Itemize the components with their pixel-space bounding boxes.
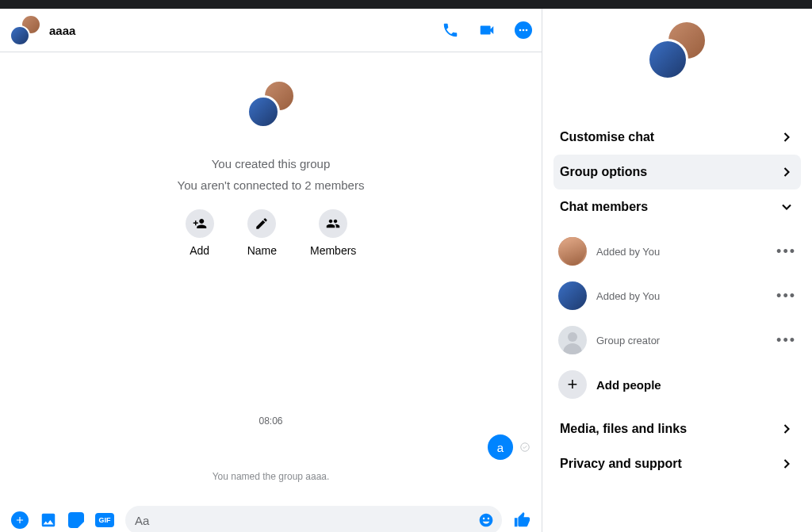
name-button[interactable]: Name bbox=[247, 209, 277, 257]
message-bubble[interactable]: a bbox=[488, 434, 513, 460]
chevron-down-icon bbox=[779, 199, 795, 215]
group-options-section[interactable]: Group options bbox=[553, 155, 801, 189]
member-row[interactable]: Added by You ••• bbox=[553, 229, 801, 274]
chat-title: aaaa bbox=[49, 24, 75, 37]
member-avatar bbox=[558, 326, 587, 354]
members-icon bbox=[319, 209, 347, 238]
system-message: You named the group aaaa. bbox=[213, 471, 330, 482]
svg-point-1 bbox=[523, 29, 525, 32]
member-options-icon[interactable]: ••• bbox=[776, 288, 796, 304]
plus-icon: + bbox=[558, 370, 587, 399]
delivered-icon bbox=[519, 442, 530, 453]
member-subtitle: Added by You bbox=[596, 246, 660, 258]
conversation-info-icon[interactable] bbox=[515, 21, 532, 39]
chevron-right-icon bbox=[779, 164, 795, 180]
composer: GIF bbox=[0, 500, 542, 532]
photo-icon[interactable] bbox=[40, 511, 57, 529]
chevron-right-icon bbox=[779, 421, 795, 437]
sticker-icon[interactable] bbox=[68, 512, 84, 528]
chat-members-label: Chat members bbox=[560, 200, 648, 214]
member-row[interactable]: Added by You ••• bbox=[553, 274, 801, 318]
privacy-label: Privacy and support bbox=[560, 457, 682, 471]
emoji-icon[interactable] bbox=[478, 512, 494, 528]
privacy-support-section[interactable]: Privacy and support bbox=[553, 446, 801, 481]
intro-line-2: You aren't connected to 2 members bbox=[178, 178, 365, 192]
name-label: Name bbox=[247, 244, 277, 257]
add-people-label: Add people bbox=[596, 378, 661, 392]
info-panel: Customise chat Group options Chat member… bbox=[542, 9, 812, 532]
chat-pane: aaaa You created this group You aren't c… bbox=[0, 9, 542, 532]
customise-chat-section[interactable]: Customise chat bbox=[553, 120, 801, 155]
members-label: Members bbox=[310, 244, 356, 257]
add-button[interactable]: Add bbox=[186, 209, 214, 257]
panel-group-avatar[interactable] bbox=[647, 20, 707, 80]
add-label: Add bbox=[190, 244, 209, 257]
svg-point-2 bbox=[526, 29, 528, 32]
member-options-icon[interactable]: ••• bbox=[776, 332, 796, 349]
add-people-icon bbox=[186, 209, 214, 238]
window-top-bar bbox=[0, 0, 812, 9]
member-row[interactable]: Group creator ••• bbox=[553, 318, 801, 362]
composer-input[interactable] bbox=[135, 514, 492, 527]
chevron-right-icon bbox=[779, 456, 795, 472]
media-label: Media, files and links bbox=[560, 422, 687, 436]
voice-call-icon[interactable] bbox=[442, 21, 459, 39]
media-files-links-section[interactable]: Media, files and links bbox=[553, 411, 801, 446]
member-avatar bbox=[558, 281, 587, 310]
chevron-right-icon bbox=[779, 129, 795, 145]
member-options-icon[interactable]: ••• bbox=[776, 243, 796, 260]
group-avatar bbox=[247, 79, 296, 128]
thumbs-up-icon[interactable] bbox=[513, 511, 530, 529]
customise-chat-label: Customise chat bbox=[560, 130, 654, 144]
pencil-icon bbox=[247, 209, 276, 238]
members-button[interactable]: Members bbox=[310, 209, 356, 257]
chat-body: You created this group You aren't connec… bbox=[0, 52, 542, 532]
intro-line-1: You created this group bbox=[212, 157, 331, 170]
message-timestamp: 08:06 bbox=[259, 415, 282, 427]
group-options-label: Group options bbox=[560, 165, 647, 179]
member-avatar bbox=[558, 237, 587, 266]
video-call-icon[interactable] bbox=[478, 21, 496, 39]
gif-icon[interactable]: GIF bbox=[95, 513, 114, 527]
chat-members-section[interactable]: Chat members bbox=[553, 189, 801, 224]
member-subtitle: Group creator bbox=[596, 335, 660, 346]
member-subtitle: Added by You bbox=[596, 290, 660, 302]
chat-header: aaaa bbox=[0, 9, 542, 52]
open-more-actions-icon[interactable] bbox=[11, 511, 29, 529]
members-list: Added by You ••• Added by You ••• Group … bbox=[553, 224, 801, 411]
composer-input-wrap[interactable] bbox=[125, 506, 502, 532]
svg-point-0 bbox=[519, 29, 522, 32]
message-row: a bbox=[0, 427, 542, 460]
chat-header-avatar[interactable] bbox=[10, 14, 41, 46]
add-people-button[interactable]: + Add people bbox=[553, 362, 801, 407]
